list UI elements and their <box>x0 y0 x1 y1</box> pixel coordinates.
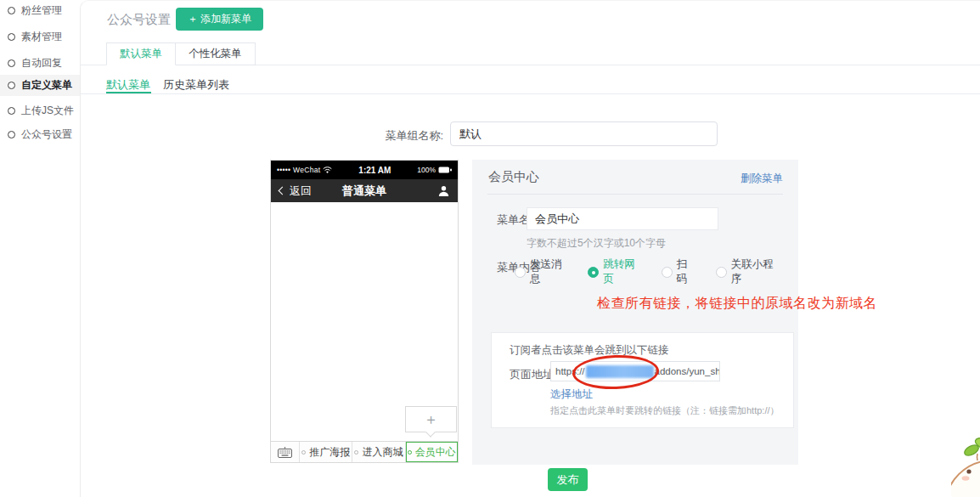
circle-icon <box>8 107 15 115</box>
link-box-hint: 指定点击此菜单时要跳转的链接（注：链接需加http://） <box>550 404 780 417</box>
tab-personalized-menu[interactable]: 个性化菜单 <box>176 42 256 65</box>
choose-address-link[interactable]: 选择地址 <box>550 387 593 402</box>
phone-menu-bar: 推广海报 进入商城 会员中心 <box>271 441 458 462</box>
keyboard-icon <box>278 447 292 458</box>
phone-menu-item-label: 进入商城 <box>362 445 403 460</box>
tab-default-menu[interactable]: 默认菜单 <box>106 42 176 65</box>
menu-name-input[interactable] <box>527 207 718 230</box>
mascot-turnip-character <box>951 422 980 497</box>
phone-menu-item-label: 推广海报 <box>309 445 350 460</box>
tab-bar: 默认菜单 个性化菜单 <box>106 42 256 65</box>
bullet-icon <box>408 450 412 455</box>
sidebar-item-material[interactable]: 素材管理 <box>0 26 80 48</box>
link-settings-box: 订阅者点击该菜单会跳到以下链接 页面地址 https:// addons/yun… <box>491 332 794 428</box>
menu-content-radio-group: 发送消息 跳转网页 扫码 关联小程序 <box>515 257 798 286</box>
phone-nav-bar: 普通菜单 返回 <box>271 179 458 202</box>
menu-group-name-label: 菜单组名称: <box>372 128 443 144</box>
subtab-active-underline <box>106 92 151 93</box>
link-box-intro: 订阅者点击该菜单会跳到以下链接 <box>510 343 669 358</box>
add-new-menu-button[interactable]: ＋ 添加新菜单 <box>176 8 263 31</box>
url-prefix: https:// <box>555 366 585 376</box>
phone-menu-item-member-center[interactable]: 会员中心 <box>406 442 458 462</box>
page: 粉丝管理 素材管理 自动回复 自定义菜单 上传JS文件 公众号设置 公众号设置 … <box>0 0 980 497</box>
bullet-icon <box>301 450 306 455</box>
sidebar-item-label: 上传JS文件 <box>21 104 74 118</box>
delete-menu-link[interactable]: 删除菜单 <box>741 172 783 186</box>
circle-icon <box>8 7 15 14</box>
battery-icon <box>438 167 452 173</box>
radio-icon <box>716 267 727 278</box>
sidebar-item-label: 素材管理 <box>21 30 62 44</box>
sidebar-item-label: 公众号设置 <box>21 127 72 142</box>
subtab-default-menu[interactable]: 默认菜单 <box>106 77 150 93</box>
radio-icon <box>588 267 599 278</box>
radio-mini-program[interactable]: 关联小程序 <box>716 257 776 286</box>
radio-label: 关联小程序 <box>731 257 776 286</box>
red-text-annotation: 检查所有链接，将链接中的原域名改为新域名 <box>597 295 877 313</box>
sidebar-item-fans[interactable]: 粉丝管理 <box>0 0 80 21</box>
circle-icon <box>8 59 15 67</box>
sidebar-item-account-settings[interactable]: 公众号设置 <box>0 124 80 145</box>
radio-label: 发送消息 <box>530 257 566 286</box>
page-title: 公众号设置 <box>107 12 171 28</box>
publish-button[interactable]: 发布 <box>548 468 588 491</box>
sidebar: 粉丝管理 素材管理 自动回复 自定义菜单 上传JS文件 公众号设置 <box>0 0 80 497</box>
redacted-domain-blur <box>586 365 654 378</box>
sidebar-item-label: 自动回复 <box>21 56 62 71</box>
subtab-history-menu-list[interactable]: 历史菜单列表 <box>163 77 229 93</box>
phone-menu-item-poster[interactable]: 推广海报 <box>300 442 352 462</box>
person-icon <box>438 185 449 196</box>
sidebar-item-upload-js[interactable]: 上传JS文件 <box>0 100 80 121</box>
radio-jump-webpage[interactable]: 跳转网页 <box>588 257 639 286</box>
phone-status-bar: ••••• WeChat 1:21 AM 100% <box>271 161 458 179</box>
phone-menu-item-mall[interactable]: 进入商城 <box>352 442 405 462</box>
sidebar-item-autoreply[interactable]: 自动回复 <box>0 53 80 74</box>
carrier-label: ••••• WeChat <box>277 166 320 174</box>
keyboard-toggle[interactable] <box>271 442 300 462</box>
radio-send-message[interactable]: 发送消息 <box>515 257 566 286</box>
radio-icon <box>515 267 526 278</box>
circle-icon <box>8 131 15 138</box>
sidebar-item-label: 自定义菜单 <box>21 78 72 93</box>
radio-label: 跳转网页 <box>603 257 639 286</box>
sidebar-item-custom-menu[interactable]: 自定义菜单 <box>0 75 80 96</box>
bullet-icon <box>354 450 358 455</box>
phone-menu-item-label: 会员中心 <box>415 445 456 460</box>
url-suffix: addons/yun_shop/? <box>655 366 720 376</box>
time-label: 1:21 AM <box>332 166 417 175</box>
page-address-input[interactable]: https:// addons/yun_shop/? <box>550 361 720 381</box>
menu-group-name-input[interactable] <box>450 121 718 146</box>
radio-label: 扫码 <box>677 257 694 286</box>
subtabs-divider <box>81 93 980 94</box>
phone-content-area: ＋ <box>271 202 458 441</box>
radio-scan-code[interactable]: 扫码 <box>662 257 694 286</box>
phone-nav-title: 普通菜单 <box>271 184 458 199</box>
page-address-label: 页面地址 <box>510 367 554 382</box>
panel-title: 会员中心 <box>488 169 539 185</box>
phone-preview: ••••• WeChat 1:21 AM 100% 普通菜单 返回 ＋ 推广海报… <box>270 160 459 463</box>
radio-icon <box>662 267 673 278</box>
panel-divider <box>487 194 783 195</box>
sidebar-item-label: 粉丝管理 <box>21 3 62 18</box>
wifi-icon <box>323 167 332 173</box>
circle-icon <box>8 33 15 41</box>
battery-percent-label: 100% <box>417 166 436 174</box>
circle-icon <box>8 82 15 89</box>
menu-name-hint: 字数不超过5个汉字或10个字母 <box>527 236 666 251</box>
